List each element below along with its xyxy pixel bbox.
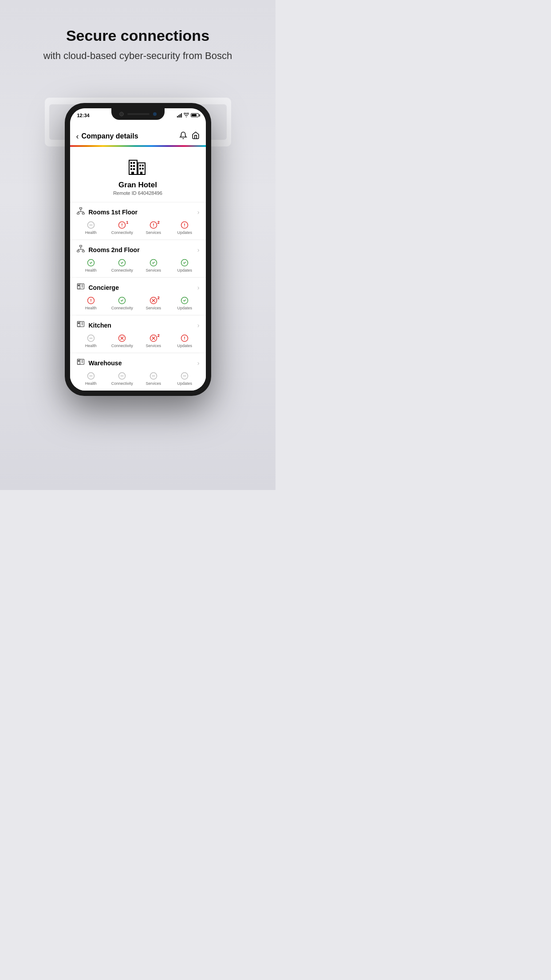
status-bar: 12:34	[70, 108, 206, 128]
status-icons	[177, 113, 199, 118]
room-item[interactable]: Rooms 1st Floor › Health 1 Connectivity …	[70, 202, 206, 239]
room-header: Rooms 2nd Floor ›	[70, 240, 206, 258]
svg-rect-12	[142, 168, 144, 170]
stat-services-label: Services	[146, 230, 161, 235]
svg-rect-13	[140, 172, 142, 174]
room-item[interactable]: Kitchen › Health Connectivity 2 Services…	[70, 316, 206, 352]
svg-point-53	[91, 301, 91, 302]
stat-updates: Updates	[170, 372, 200, 386]
svg-rect-7	[131, 172, 134, 174]
stat-health-label: Health	[85, 344, 97, 348]
chevron-right-icon: ›	[197, 246, 200, 253]
company-name: Gran Hotel	[118, 181, 157, 190]
room-stats: Health Connectivity 2 Services Updates	[70, 333, 206, 352]
svg-rect-34	[77, 250, 79, 252]
room-stats: Health Connectivity Services Updates	[70, 371, 206, 390]
stat-services-label: Services	[146, 344, 161, 348]
room-name: Kitchen	[89, 322, 111, 329]
notch-camera	[119, 112, 124, 116]
company-section: Gran Hotel Remote ID 640428496	[70, 147, 206, 202]
headline-subtitle: with cloud-based cyber-security from Bos…	[43, 49, 232, 63]
stat-services-label: Services	[146, 306, 161, 310]
phone-inner: 12:34	[70, 108, 206, 391]
svg-point-32	[185, 226, 185, 227]
stat-connectivity-label: Connectivity	[111, 230, 133, 235]
room-name: Warehouse	[89, 360, 122, 367]
svg-rect-81	[78, 360, 79, 361]
stat-updates-label: Updates	[177, 306, 192, 310]
room-stats: Health 1 Connectivity 2 Services Updates	[70, 220, 206, 239]
notch-dot	[153, 112, 157, 116]
room-type-icon	[76, 207, 85, 217]
stat-connectivity: Connectivity	[107, 296, 137, 310]
phone-frame: 12:34	[65, 103, 211, 396]
svg-rect-16	[82, 213, 84, 214]
svg-rect-60	[77, 321, 80, 327]
stat-updates-label: Updates	[177, 230, 192, 235]
back-button[interactable]: ‹	[76, 132, 79, 141]
room-header: Concierge ›	[70, 278, 206, 296]
room-item[interactable]: Rooms 2nd Floor › Health Connectivity Se…	[70, 240, 206, 277]
svg-rect-45	[77, 284, 84, 289]
svg-rect-35	[82, 250, 84, 252]
battery-icon	[191, 113, 199, 117]
notch	[111, 108, 165, 120]
stat-services: Services	[139, 372, 169, 386]
stat-health: Health	[76, 296, 106, 310]
stat-services: Services	[139, 259, 169, 273]
room-header-left: Warehouse	[76, 358, 122, 368]
stat-updates-label: Updates	[177, 381, 192, 386]
svg-rect-50	[78, 285, 79, 286]
stat-connectivity: Connectivity	[107, 372, 137, 386]
page-wrapper: Secure connections with cloud-based cybe…	[0, 0, 276, 490]
chevron-right-icon: ›	[197, 284, 200, 291]
room-header: Rooms 1st Floor ›	[70, 202, 206, 220]
stat-connectivity: 1 Connectivity	[107, 221, 137, 235]
room-item[interactable]: Warehouse › Health Connectivity Services…	[70, 353, 206, 390]
bell-icon[interactable]	[179, 131, 187, 142]
stat-updates-label: Updates	[177, 344, 192, 348]
svg-point-75	[185, 339, 185, 340]
status-time: 12:34	[77, 113, 90, 118]
stat-services-label: Services	[146, 268, 161, 273]
room-item[interactable]: Concierge › Health Connectivity 2 Servic…	[70, 278, 206, 315]
room-header: Warehouse ›	[70, 353, 206, 371]
svg-rect-77	[77, 359, 80, 364]
stat-services-label: Services	[146, 381, 161, 386]
room-header-left: Rooms 1st Floor	[76, 207, 138, 217]
header-icons	[179, 131, 200, 142]
stat-connectivity-label: Connectivity	[111, 268, 133, 273]
signal-bar-1	[177, 116, 178, 118]
svg-rect-59	[77, 321, 84, 327]
room-type-icon	[76, 358, 85, 368]
room-list: Rooms 1st Floor › Health 1 Connectivity …	[70, 202, 206, 391]
room-name: Rooms 1st Floor	[89, 209, 138, 216]
stat-updates: Updates	[170, 334, 200, 348]
room-type-icon	[76, 282, 85, 293]
svg-point-29	[153, 226, 154, 227]
svg-rect-14	[79, 207, 82, 209]
room-header-left: Rooms 2nd Floor	[76, 245, 140, 255]
headline-section: Secure connections with cloud-based cybe…	[26, 27, 250, 63]
room-stats: Health Connectivity 2 Services Updates	[70, 296, 206, 315]
svg-rect-5	[130, 168, 132, 170]
svg-rect-15	[77, 213, 79, 214]
svg-rect-9	[139, 165, 141, 166]
room-header-left: Concierge	[76, 282, 119, 293]
room-header-left: Kitchen	[76, 320, 111, 331]
stat-health-label: Health	[85, 230, 97, 235]
stat-updates-label: Updates	[177, 268, 192, 273]
stat-services: 2 Services	[139, 296, 169, 310]
svg-rect-64	[78, 322, 79, 324]
header-title: Company details	[82, 132, 179, 140]
svg-point-26	[122, 226, 123, 227]
room-header: Kitchen ›	[70, 316, 206, 333]
stat-updates: Updates	[170, 259, 200, 273]
svg-rect-11	[139, 168, 141, 170]
signal-bar-3	[180, 114, 181, 118]
svg-rect-10	[142, 165, 144, 166]
chevron-right-icon: ›	[197, 360, 200, 367]
svg-rect-3	[130, 165, 132, 167]
home-icon[interactable]	[192, 131, 200, 142]
stat-services: 2 Services	[139, 334, 169, 348]
